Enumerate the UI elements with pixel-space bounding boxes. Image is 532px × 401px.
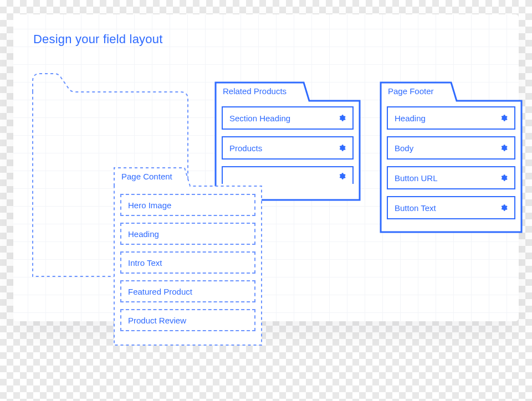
gear-icon[interactable] [338,114,346,122]
field-intro-text[interactable]: Intro Text [120,251,255,274]
field-products[interactable]: Products [222,136,354,160]
field-body[interactable]: Body [387,136,515,160]
gear-icon[interactable] [500,204,508,212]
field-heading[interactable]: Heading [120,223,255,245]
page-title: Design your field layout [33,32,162,47]
gear-icon[interactable] [338,172,346,180]
panel-tab-label: Page Content [121,172,172,181]
field-label: Body [395,143,413,153]
panel-page-footer[interactable]: Page Footer Heading Body Button URL Butt… [380,82,522,233]
field-label: Product Review [128,316,186,325]
gear-icon[interactable] [500,114,508,122]
gear-icon[interactable] [500,174,508,182]
field-product-review[interactable]: Product Review [120,309,255,331]
field-label: Button URL [395,173,438,183]
gear-icon[interactable] [500,144,508,152]
field-label: Heading [395,114,426,123]
field-label: Button Text [395,203,436,213]
field-hero-image[interactable]: Hero Image [120,194,255,216]
field-label: Products [229,143,262,153]
field-button-url[interactable]: Button URL [387,166,515,189]
field-heading[interactable]: Heading [387,106,515,130]
field-label: Featured Product [128,287,192,296]
field-button-text[interactable]: Button Text [387,196,515,219]
field-label: Section Heading [229,114,290,123]
field-featured-product[interactable]: Featured Product [120,280,255,302]
panel-tab-label: Page Footer [388,86,434,96]
gear-icon[interactable] [338,144,346,152]
field-section-heading[interactable]: Section Heading [222,106,354,130]
field-label: Heading [128,229,159,239]
panel-tab-label: Related Products [223,86,287,96]
field-label: Intro Text [128,258,162,268]
panel-page-content[interactable]: Page Content Hero Image Heading Intro Te… [114,167,262,346]
field-label: Hero Image [128,200,171,210]
